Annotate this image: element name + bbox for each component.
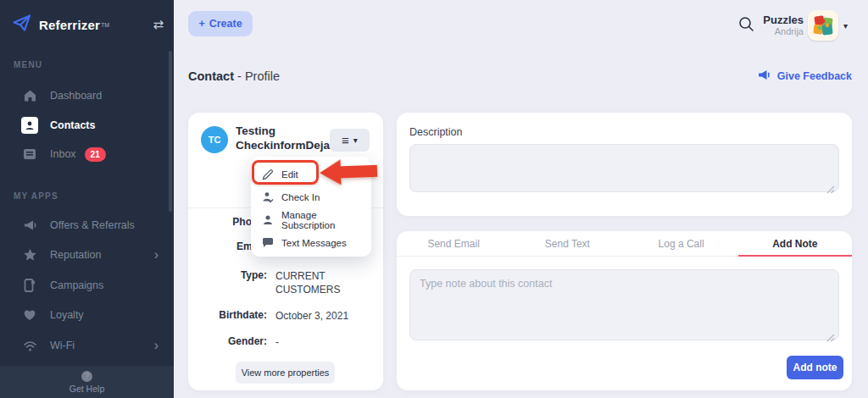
check-in-icon <box>262 191 274 203</box>
heart-icon <box>21 307 38 323</box>
get-help-label: Get Help <box>70 384 104 394</box>
sidebar-item-dashboard[interactable]: Dashboard <box>0 83 174 108</box>
sidebar-item-wifi[interactable]: Wi-Fi › <box>0 333 174 358</box>
description-label: Description <box>409 126 463 138</box>
app-logo-text: Referrizer <box>39 18 100 32</box>
account-username: Andrija <box>775 26 804 37</box>
hamburger-icon: ≡ <box>342 134 349 146</box>
inbox-unread-badge: 21 <box>85 147 106 162</box>
description-panel: Description <box>397 113 852 216</box>
subscription-icon <box>262 214 274 226</box>
feedback-megaphone-icon <box>758 69 771 83</box>
sidebar-item-label: Wi-Fi <box>50 340 75 351</box>
action-tabs: Send Email Send Text Log a Call Add Note <box>397 231 852 257</box>
campaigns-icon <box>21 277 38 294</box>
plus-icon: + <box>198 18 204 30</box>
sidebar-item-label: Inbox <box>50 148 76 160</box>
tab-add-note[interactable]: Add Note <box>738 231 852 256</box>
get-help-button[interactable]: ? Get Help <box>0 366 174 398</box>
account-menu[interactable]: Puzzles Andrija <box>704 10 804 41</box>
sidebar-item-campaigns[interactable]: Campaigns <box>0 273 174 298</box>
contact-actions-panel: Send Email Send Text Log a Call Add Note… <box>397 231 852 390</box>
breadcrumb-secondary: Profile <box>245 69 280 83</box>
add-note-button[interactable]: Add note <box>787 356 843 379</box>
sidebar-item-contacts[interactable]: Contacts <box>0 113 174 138</box>
dashboard-icon <box>21 87 38 104</box>
tab-send-text[interactable]: Send Text <box>510 231 624 256</box>
tab-log-a-call[interactable]: Log a Call <box>625 231 738 256</box>
inbox-icon <box>21 146 38 163</box>
account-caret-icon[interactable]: ▾ <box>843 21 848 30</box>
contacts-icon <box>21 117 38 134</box>
give-feedback-label: Give Feedback <box>777 70 852 82</box>
app-window: Referrizer TM ⇄ MENU Dashboard Contacts … <box>0 0 868 398</box>
sidebar-item-loyalty[interactable]: Loyalty <box>0 302 174 328</box>
caret-down-icon: ▾ <box>353 135 358 145</box>
sidebar-item-label: Contacts <box>50 119 95 131</box>
contact-name: Testing CheckinformDejan <box>236 124 331 152</box>
create-button-label: Create <box>209 18 242 30</box>
dropdown-item-check-in[interactable]: Check In <box>251 185 371 208</box>
help-icon: ? <box>81 371 92 382</box>
account-name: Puzzles <box>763 14 804 26</box>
view-more-properties-button[interactable]: View more properties <box>236 362 335 384</box>
menu-section-label: MENU <box>14 60 42 69</box>
dropdown-item-edit[interactable]: Edit <box>251 163 371 185</box>
sidebar-item-inbox[interactable]: Inbox 21 <box>0 141 174 167</box>
sidebar-item-label: Campaigns <box>50 279 103 291</box>
sidebar-item-offers-referrals[interactable]: Offers & Referrals <box>0 213 174 238</box>
star-icon <box>21 246 38 263</box>
pencil-icon <box>262 169 274 180</box>
sidebar-item-label: Loyalty <box>50 309 84 321</box>
sidebar: Referrizer TM ⇄ MENU Dashboard Contacts … <box>0 0 174 398</box>
referrizer-logo-icon <box>12 14 32 36</box>
create-button[interactable]: + Create <box>188 11 253 36</box>
dropdown-item-text-messages[interactable]: Text Messages <box>251 231 371 254</box>
chevron-right-icon: › <box>154 339 159 352</box>
apps-section-label: MY APPS <box>14 191 58 201</box>
contact-avatar: TC <box>201 126 228 153</box>
sidebar-collapse-icon[interactable]: ⇄ <box>153 17 164 32</box>
give-feedback-link[interactable]: Give Feedback <box>758 69 852 83</box>
chat-icon <box>262 237 274 248</box>
account-avatar[interactable] <box>808 10 838 41</box>
chevron-right-icon: › <box>154 248 159 262</box>
sidebar-scrollbar[interactable] <box>169 51 172 212</box>
breadcrumb-primary: Contact <box>188 69 234 83</box>
description-textarea[interactable] <box>409 144 839 192</box>
sidebar-item-label: Reputation <box>50 249 101 261</box>
tab-send-email[interactable]: Send Email <box>397 231 510 256</box>
megaphone-icon <box>21 217 38 234</box>
contact-actions-menu-button[interactable]: ≡ ▾ <box>330 129 370 152</box>
sidebar-item-label: Dashboard <box>50 90 102 102</box>
wifi-icon <box>21 337 38 354</box>
trademark-mark: TM <box>101 22 109 28</box>
breadcrumb: Contact - Profile <box>188 69 280 83</box>
contact-actions-dropdown: Edit Check In Manage Subscription Text M… <box>251 157 371 257</box>
note-textarea[interactable] <box>409 269 839 340</box>
sidebar-item-label: Offers & Referrals <box>50 219 135 231</box>
sidebar-item-reputation[interactable]: Reputation › <box>0 242 174 268</box>
dropdown-item-manage-subscription[interactable]: Manage Subscription <box>251 208 371 231</box>
